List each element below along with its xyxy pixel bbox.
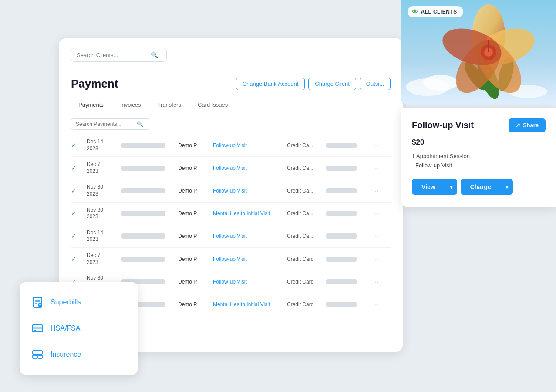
table-row: ✓ Nov 30, 2023 Demo P. Mental Health Ini…	[71, 203, 391, 225]
check-icon: ✓	[71, 255, 77, 263]
service-col: Follow-up Visit	[213, 233, 287, 239]
table-row: ✓ Dec 7, 2023 Demo P. Follow-up Visit Cr…	[71, 248, 391, 270]
service-col: Mental Health Initial Visit	[213, 210, 287, 216]
header-buttons: Change Bank Account Charge Client Outsi.…	[236, 78, 391, 90]
card-icon	[30, 321, 44, 335]
table-row: ✓ Dec 7, 2023 Demo P. Follow-up Visit Cr…	[71, 157, 391, 179]
actions-col[interactable]: ···	[365, 187, 378, 194]
followup-description: 1 Appointment Session - Follow-up Visit	[412, 152, 546, 170]
method-col: Credit Ca...	[287, 210, 326, 216]
outside-button[interactable]: Outsi...	[360, 78, 391, 90]
client-col: Demo P.	[178, 279, 213, 285]
tab-payments[interactable]: Payments	[71, 98, 111, 112]
actions-col[interactable]: ···	[365, 256, 378, 263]
check-icon: ✓	[71, 232, 77, 240]
followup-desc-line2: - Follow-up Visit	[412, 162, 452, 169]
search-icon: 🔍	[151, 51, 158, 58]
check-col: ✓	[71, 232, 87, 240]
amount-col	[326, 211, 365, 216]
method-col: Credit Ca...	[287, 142, 326, 149]
table-row: ✓ Dec 14, 2023 Demo P. Follow-up Visit C…	[71, 225, 391, 248]
actions-col[interactable]: ···	[365, 165, 378, 172]
check-icon: ✓	[71, 142, 77, 149]
amount-col	[326, 166, 365, 171]
date-col: Nov 30, 2023	[87, 184, 121, 197]
svg-rect-28	[38, 355, 42, 358]
hsa-fsa-label: HSA/FSA	[51, 324, 80, 332]
tabs-row: Payments Invoices Transfers Card Issues	[59, 91, 403, 112]
popup-item-hsa-fsa[interactable]: HSA/FSA	[20, 315, 138, 341]
charge-client-button[interactable]: Charge Client	[308, 78, 356, 90]
superbill-icon	[30, 295, 44, 309]
date-col: Dec 7, 2023	[87, 252, 121, 266]
amount-col	[326, 233, 365, 239]
check-col: ✓	[71, 210, 87, 217]
payments-search-row: 🔍	[59, 112, 403, 134]
popup-item-insurance[interactable]: Insurence	[20, 341, 138, 368]
payments-search[interactable]: 🔍	[71, 118, 149, 130]
check-col: ✓	[71, 255, 87, 263]
tab-card-issues[interactable]: Card Issues	[190, 98, 235, 112]
service-col: Follow-up Visit	[213, 142, 287, 149]
followup-title: Follow-up Visit	[412, 120, 474, 130]
view-button[interactable]: View	[412, 179, 445, 195]
charge-dropdown-button[interactable]: ▾	[501, 179, 513, 195]
client-col: Demo P.	[178, 256, 213, 262]
table-row: ✓ Nov 30, 2023 Demo P. Follow-up Visit C…	[71, 179, 391, 202]
name-col	[121, 188, 178, 193]
payments-search-icon: 🔍	[137, 121, 143, 127]
check-icon: ✓	[71, 164, 77, 172]
actions-col[interactable]: ···	[365, 142, 378, 149]
all-clients-badge[interactable]: 👁 ALL CLIENTS	[408, 6, 463, 17]
followup-price: $20	[412, 138, 546, 147]
svg-point-15	[487, 37, 490, 40]
payments-search-input[interactable]	[76, 121, 137, 127]
check-col: ✓	[71, 164, 87, 172]
svg-rect-27	[33, 355, 37, 358]
actions-col[interactable]: ···	[365, 301, 378, 308]
followup-actions: View ▾ Charge ▾	[412, 179, 546, 195]
date-col: Nov 30, 2023	[87, 207, 121, 220]
followup-card: Follow-up Visit ↗ Share $20 1 Appointmen…	[401, 108, 556, 207]
actions-col[interactable]: ···	[365, 278, 378, 285]
insurance-label: Insurence	[51, 351, 81, 358]
insurance-icon	[30, 348, 44, 362]
method-col: Credit Ca...	[287, 165, 326, 171]
service-col: Follow-up Visit	[213, 279, 287, 285]
search-input[interactable]	[77, 52, 151, 58]
check-col: ✓	[71, 187, 87, 195]
actions-col[interactable]: ···	[365, 210, 378, 217]
popup-item-superbills[interactable]: Superbills	[20, 289, 138, 315]
client-col: Demo P.	[178, 142, 213, 149]
all-clients-label: ALL CLIENTS	[421, 9, 457, 15]
svg-rect-26	[33, 351, 42, 354]
amount-col	[326, 279, 365, 284]
method-col: Credit Ca...	[287, 233, 326, 239]
name-col	[121, 211, 178, 216]
tab-transfers[interactable]: Transfers	[150, 98, 189, 112]
actions-col[interactable]: ···	[365, 233, 378, 240]
share-icon: ↗	[516, 122, 520, 128]
share-button[interactable]: ↗ Share	[509, 118, 546, 132]
table-row: ✓ Dec 14, 2023 Demo P. Follow-up Visit C…	[71, 134, 391, 157]
name-col	[121, 143, 178, 148]
client-search-bar[interactable]: 🔍	[71, 48, 167, 62]
amount-col	[326, 302, 365, 307]
charge-button[interactable]: Charge	[461, 179, 501, 195]
tab-invoices[interactable]: Invoices	[113, 98, 148, 112]
followup-header: Follow-up Visit ↗ Share	[412, 118, 546, 132]
share-label: Share	[523, 122, 539, 128]
superbills-label: Superbills	[51, 298, 81, 306]
svg-point-2	[423, 75, 458, 91]
amount-col	[326, 188, 365, 193]
service-col: Follow-up Visit	[213, 256, 287, 262]
service-col: Mental Health Initial Visit	[213, 301, 287, 308]
client-col: Demo P.	[178, 233, 213, 239]
method-col: Credit Card	[287, 256, 326, 262]
bottom-popup-menu: Superbills HSA/FSA Insurence	[20, 282, 138, 375]
change-bank-account-button[interactable]: Change Bank Account	[236, 78, 305, 90]
svg-rect-25	[34, 330, 36, 331]
all-clients-banner: 👁 ALL CLIENTS	[401, 0, 556, 105]
client-col: Demo P.	[178, 301, 213, 308]
view-dropdown-button[interactable]: ▾	[445, 179, 457, 195]
